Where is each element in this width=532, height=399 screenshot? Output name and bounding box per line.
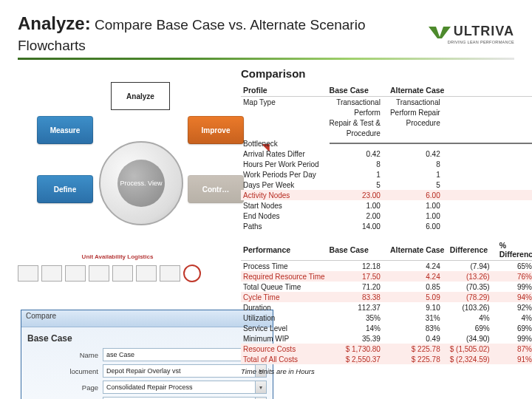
maptype-base: Transactional	[327, 97, 388, 108]
title-row: Analyze: Compare Base Case vs. Alternate…	[18, 13, 514, 60]
row-alt: 1.00	[388, 211, 448, 221]
perf-th-alt: Alternate Case	[388, 239, 448, 261]
bottleneck-label: Bottleneck	[241, 138, 327, 149]
row-alt: 0.85	[388, 282, 448, 292]
row-alt: 5.09	[388, 292, 448, 302]
row-label: Paths	[241, 221, 327, 231]
form-row-page: Page Consolidated Repair Process▾	[27, 381, 267, 394]
logo-tagline: DRIVING LEAN PERFORMANCE	[448, 40, 514, 44]
row-label: Start Nodes	[241, 200, 327, 211]
row-base: 12.18	[327, 261, 388, 272]
table-row: Arrival Rates Differ0.420.42	[241, 149, 532, 159]
row-base: 8	[327, 159, 388, 169]
row-base: 1	[327, 169, 388, 180]
row-label: Total of All Costs	[241, 354, 327, 364]
table-row: End Nodes2.001.00	[241, 211, 532, 221]
table-row: Minimum WIP35.390.49(34.90)99%	[241, 333, 532, 344]
row-label: Activity Nodes	[241, 190, 327, 200]
table-row: Work Periods Per Day11	[241, 169, 532, 180]
row-diff: (70.35)	[448, 282, 497, 292]
table-row: Process Time12.184.24(7.94)65%	[241, 261, 532, 272]
row-pct: 87%	[497, 344, 532, 354]
row-base: 5	[327, 180, 388, 190]
name-value: ase Case	[106, 351, 134, 358]
row-base: 0.42	[327, 149, 388, 159]
row-base: $ 1,730.80	[327, 344, 388, 354]
table-row: Utilization35%31%4%4%	[241, 313, 532, 323]
perf-th-base: Base Case	[327, 239, 388, 261]
row-label: Process Time	[241, 261, 327, 272]
row-base: 83.38	[327, 292, 388, 302]
fc-end-icon	[183, 265, 201, 282]
row-pct: 99%	[497, 282, 532, 292]
process-view-circle: Process. View	[99, 141, 183, 225]
row-pct: 69%	[497, 323, 532, 333]
row-base: 112.37	[327, 302, 388, 313]
row-pct: 4%	[497, 313, 532, 323]
process-view-inner: Process. View	[117, 160, 165, 207]
row-pct: 92%	[497, 302, 532, 313]
row-diff: $ (1,505.02)	[448, 344, 497, 354]
row-diff: (13.26)	[448, 271, 497, 282]
comparison-panel: Comparison Profile Base Case Alternate C…	[241, 67, 514, 375]
maptype-label: Map Type	[241, 97, 327, 108]
row-base: 35%	[327, 313, 388, 323]
row-alt: 4.24	[388, 271, 448, 282]
row-label: Utilization	[241, 313, 327, 323]
page-title: Analyze: Compare Base Case vs. Alternate…	[18, 13, 427, 55]
row-alt: 83%	[388, 323, 448, 333]
row-alt: 4.24	[388, 261, 448, 272]
row-label: Work Periods Per Day	[241, 169, 327, 180]
logo-text: ULTRIVA	[454, 24, 514, 39]
page-label: Page	[27, 383, 98, 392]
row-alt: 1.00	[388, 200, 448, 211]
perf-alt-3	[388, 128, 448, 138]
chevron-down-icon[interactable]: ▾	[255, 381, 266, 393]
row-label: Hours Per Work Period	[241, 159, 327, 169]
row-alt: $ 225.78	[388, 344, 448, 354]
perf-base-3: Procedure	[327, 128, 388, 138]
row-label: Service Level	[241, 323, 327, 333]
fc-node	[18, 265, 38, 282]
row-base: 71.20	[327, 282, 388, 292]
row-base: 14%	[327, 323, 388, 333]
row-alt: 6.00	[388, 221, 448, 231]
document-label: locument	[27, 367, 98, 375]
row-label: Total Queue Time	[241, 282, 327, 292]
row-label: Minimum WIP	[241, 333, 327, 344]
row-diff: (78.29)	[448, 292, 497, 302]
row-pct: 99%	[497, 333, 532, 344]
table-row: Service Level14%83%69%69%	[241, 323, 532, 333]
row-diff: (7.94)	[448, 261, 497, 272]
table-row: Total Queue Time71.200.85(70.35)99%	[241, 282, 532, 292]
fc-node	[160, 265, 180, 282]
row-label: Arrival Rates Differ	[241, 149, 327, 159]
row-label: Days Per Week	[241, 180, 327, 190]
row-diff: 4%	[448, 313, 497, 323]
brand-logo: ULTRIVA DRIVING LEAN PERFORMANCE	[427, 24, 514, 44]
improve-button: Improve	[188, 116, 244, 144]
table-row: Resource Costs$ 1,730.80$ 225.78$ (1,505…	[241, 344, 532, 354]
row-label: Duration	[241, 302, 327, 313]
profile-th: Profile	[241, 84, 327, 97]
perf-th-diff: Difference	[448, 239, 497, 261]
row-base: 35.39	[327, 333, 388, 344]
profile-th-base: Base Case	[327, 84, 388, 97]
dialog-section: Base Case	[27, 333, 267, 344]
row-alt: 5	[388, 180, 448, 190]
analyze-label: Analyze	[126, 92, 154, 100]
define-button: Define	[37, 175, 93, 203]
row-pct: 65%	[497, 261, 532, 272]
maptype-alt: Transactional	[388, 97, 448, 108]
row-base: 17.50	[327, 271, 388, 282]
perf-base-2: Repair & Test &	[327, 117, 388, 128]
logo-icon	[427, 24, 452, 39]
comparison-heading: Comparison	[241, 67, 514, 80]
row-pct: 94%	[497, 292, 532, 302]
page-field[interactable]: Consolidated Repair Process▾	[103, 381, 267, 394]
row-diff: (103.26)	[448, 302, 497, 313]
measure-label: Measure	[50, 126, 81, 134]
fc-node	[112, 265, 133, 282]
title-strong: Analyze:	[18, 13, 91, 33]
perf-base-1: Perform	[327, 107, 388, 117]
